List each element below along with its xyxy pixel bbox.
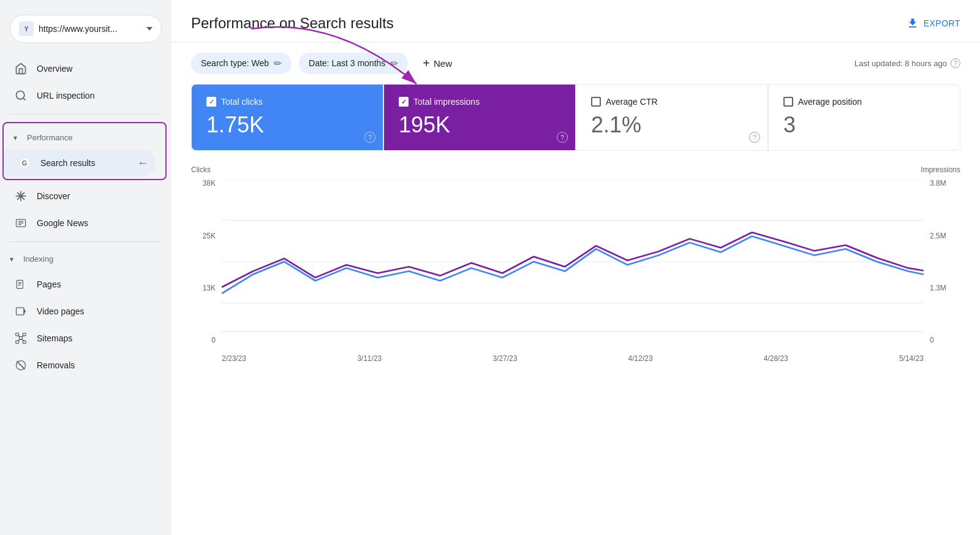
date-filter[interactable]: Date: Last 3 months ✏ xyxy=(299,53,408,74)
arrow-indicator: ← xyxy=(137,157,148,170)
y-left-2: 13K xyxy=(191,284,216,292)
metric-impressions-header: Total impressions xyxy=(399,97,560,107)
sidebar-item-google-news[interactable]: Google News xyxy=(0,210,162,237)
edit-icon-2: ✏ xyxy=(390,58,398,69)
avg-ctr-value: 2.1% xyxy=(591,112,753,138)
home-icon xyxy=(15,63,27,75)
sidebar-item-video-pages[interactable]: Video pages xyxy=(0,298,162,325)
metrics-row: Total clicks 1.75K ? Total impressions 1… xyxy=(172,84,980,151)
overview-label: Overview xyxy=(37,64,72,74)
metric-avg-ctr[interactable]: Average CTR 2.1% ? xyxy=(576,84,768,151)
video-pages-label: Video pages xyxy=(37,306,85,316)
total-clicks-value: 1.75K xyxy=(206,112,368,138)
y-right-2: 1.3M xyxy=(930,284,960,292)
discover-label: Discover xyxy=(37,191,70,201)
main-content: Performance on Search results EXPORT Sea… xyxy=(172,0,980,535)
total-impressions-label: Total impressions xyxy=(413,97,480,107)
y-right-1: 2.5M xyxy=(930,232,960,240)
site-favicon: Y xyxy=(19,21,34,36)
total-clicks-label: Total clicks xyxy=(221,97,263,107)
metric-position-header: Average position xyxy=(783,97,945,107)
total-impressions-value: 195K xyxy=(399,112,560,138)
y-left-3: 0 xyxy=(191,336,216,344)
svg-point-2 xyxy=(17,91,24,99)
video-icon xyxy=(15,305,27,317)
chevron-down-icon xyxy=(146,27,153,31)
removals-icon xyxy=(15,359,27,371)
google-news-label: Google News xyxy=(37,218,88,228)
y-left-1: 25K xyxy=(191,232,216,240)
svg-rect-14 xyxy=(17,280,23,288)
sidebar-item-search-results[interactable]: G Search results ← xyxy=(4,150,156,176)
search-type-filter[interactable]: Search type: Web ✏ xyxy=(191,53,292,74)
impressions-axis-label: Impressions xyxy=(921,165,960,174)
metric-clicks-header: Total clicks xyxy=(206,97,368,107)
search-results-label: Search results xyxy=(40,158,95,168)
export-button[interactable]: EXPORT xyxy=(907,17,960,29)
clicks-axis-label: Clicks xyxy=(191,165,211,174)
sitemaps-icon xyxy=(15,332,27,344)
x-label-1: 3/11/23 xyxy=(357,354,382,363)
sitemaps-label: Sitemaps xyxy=(37,333,72,343)
avg-position-label: Average position xyxy=(798,97,862,107)
ctr-help-icon: ? xyxy=(749,132,760,143)
y-left-0: 38K xyxy=(191,179,216,188)
sidebar-item-overview[interactable]: Overview xyxy=(0,55,162,82)
avg-ctr-label: Average CTR xyxy=(606,97,658,107)
svg-rect-23 xyxy=(16,341,19,343)
performance-section: ▾ Performance G Search results ← xyxy=(2,122,167,180)
chart-labels-top: Clicks Impressions xyxy=(191,165,960,174)
sidebar-item-url-inspection[interactable]: URL inspection xyxy=(0,82,162,109)
metric-avg-position[interactable]: Average position 3 xyxy=(768,84,960,151)
svg-text:Y: Y xyxy=(24,26,29,32)
y-axis-right: 3.8M 2.5M 1.3M 0 xyxy=(930,179,960,344)
y-right-0: 3.8M xyxy=(930,179,960,188)
x-axis-labels: 2/23/23 3/11/23 3/27/23 4/12/23 4/28/23 … xyxy=(222,354,924,363)
main-header: Performance on Search results EXPORT xyxy=(172,0,980,42)
filters-bar: Search type: Web ✏ Date: Last 3 months ✏… xyxy=(172,42,980,84)
impressions-checkbox xyxy=(399,97,409,107)
y-axis-left: 38K 25K 13K 0 xyxy=(191,179,216,344)
site-selector[interactable]: Y https://www.yoursit... xyxy=(10,15,162,43)
url-inspection-label: URL inspection xyxy=(37,91,94,101)
metric-total-impressions[interactable]: Total impressions 195K ? xyxy=(383,84,576,151)
pages-label: Pages xyxy=(37,279,61,289)
last-updated: Last updated: 8 hours ago ? xyxy=(854,58,960,68)
performance-label: Performance xyxy=(27,133,72,142)
collapse-icon: ▾ xyxy=(13,134,17,142)
svg-line-26 xyxy=(21,336,24,337)
chart-svg xyxy=(222,179,924,344)
sidebar-item-discover[interactable]: Discover xyxy=(0,183,162,210)
sidebar-item-sitemaps[interactable]: Sitemaps xyxy=(0,325,162,352)
divider-2 xyxy=(10,241,162,242)
metric-ctr-header: Average CTR xyxy=(591,97,753,107)
sidebar-item-performance[interactable]: ▾ Performance xyxy=(4,126,156,150)
x-label-4: 4/28/23 xyxy=(764,354,788,363)
sidebar-item-indexing[interactable]: ▾ Indexing xyxy=(0,247,162,271)
export-label: EXPORT xyxy=(924,18,960,28)
ctr-checkbox xyxy=(591,97,601,107)
pages-icon xyxy=(15,278,27,290)
search-icon xyxy=(15,89,27,102)
position-checkbox xyxy=(783,97,793,107)
site-url: https://www.yoursit... xyxy=(39,24,141,34)
search-type-label: Search type: Web xyxy=(201,58,269,68)
svg-line-3 xyxy=(23,98,26,101)
y-right-3: 0 xyxy=(930,336,960,344)
sidebar-item-removals[interactable]: Removals xyxy=(0,352,162,379)
clicks-help-icon: ? xyxy=(364,132,375,143)
collapse-icon-2: ▾ xyxy=(10,255,13,264)
svg-marker-19 xyxy=(24,309,26,314)
plus-icon: + xyxy=(423,57,430,69)
metric-total-clicks[interactable]: Total clicks 1.75K ? xyxy=(191,84,383,151)
help-icon: ? xyxy=(951,58,960,68)
news-icon xyxy=(15,217,27,229)
svg-rect-21 xyxy=(20,337,23,340)
svg-rect-22 xyxy=(23,333,26,336)
svg-line-28 xyxy=(21,340,24,341)
sidebar-item-pages[interactable]: Pages xyxy=(0,271,162,298)
x-label-0: 2/23/23 xyxy=(222,354,246,363)
x-label-3: 4/12/23 xyxy=(628,354,653,363)
avg-position-value: 3 xyxy=(783,112,945,138)
new-filter-button[interactable]: + New xyxy=(415,52,459,74)
